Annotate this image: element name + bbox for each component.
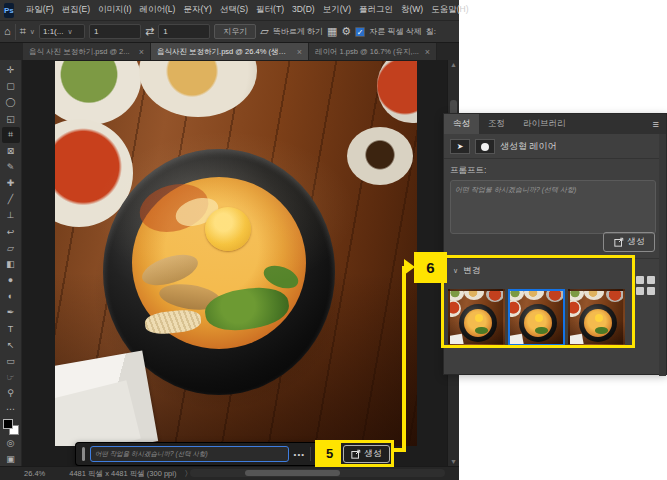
shape-tool[interactable]: ▭: [2, 353, 20, 369]
brush-tool[interactable]: ╱: [2, 191, 20, 207]
color-swatches[interactable]: [3, 419, 19, 434]
menu-item-4[interactable]: 문자(Y): [179, 4, 215, 16]
clear-button[interactable]: 지우기: [214, 24, 256, 39]
annotation-step-5-box: 5 생성: [315, 440, 394, 467]
prompt-textarea[interactable]: 어떤 작업을 하시겠습니까? (선택 사항): [450, 180, 656, 234]
overlay-grid-icon[interactable]: ▦: [327, 26, 337, 37]
document-info: 4481 픽셀 x 4481 픽셀 (300 ppi): [69, 469, 176, 479]
generate-icon: [351, 449, 361, 459]
crop-tool-icon[interactable]: ⌗: [20, 26, 26, 37]
dodge-tool[interactable]: ◐: [2, 288, 20, 304]
screenshot-root: Ps 파일(F)편집(E)이미지(I)레이어(L)문자(Y)선택(S)필터(T)…: [0, 0, 667, 480]
sauce-bowl: [347, 127, 413, 185]
menu-item-10[interactable]: 창(W): [397, 4, 427, 16]
type-tool[interactable]: T: [2, 321, 20, 337]
screen-mode-button[interactable]: ▣: [2, 451, 20, 467]
panel-tab-bar: 속성조정라이브러리≡: [444, 114, 666, 134]
edit-toolbar[interactable]: ⋯: [2, 401, 20, 417]
delete-cropped-pixels-checkbox[interactable]: ✓: [355, 27, 365, 37]
panel-menu-icon[interactable]: ≡: [646, 114, 666, 134]
kimchi-bowl-right: [377, 61, 417, 123]
dumpling-plate: [139, 61, 257, 117]
close-icon[interactable]: ×: [139, 47, 144, 57]
menu-item-1[interactable]: 편집(E): [58, 4, 94, 16]
object-selection-tool[interactable]: ◱: [2, 110, 20, 126]
generative-layer-row: ➤ 생성형 레이어: [444, 134, 666, 159]
gradient-tool[interactable]: ◧: [2, 256, 20, 272]
grid-view-icon[interactable]: [636, 276, 655, 295]
divider: [15, 24, 16, 40]
frame-tool[interactable]: ⊠: [2, 143, 20, 159]
lasso-tool[interactable]: ◯: [2, 94, 20, 110]
eraser-tool[interactable]: ▱: [2, 240, 20, 256]
straighten-label[interactable]: 똑바르게 하기: [273, 26, 323, 37]
tools-panel: ✛▢◯◱⌗⊠✎✚╱⊥↩▱◧●◐✒T↖▭☞⚲⋯◎▣: [0, 60, 22, 467]
history-brush-tool[interactable]: ↩: [2, 224, 20, 240]
menu-item-5[interactable]: 선택(S): [216, 4, 252, 16]
menu-item-3[interactable]: 레이어(L): [136, 4, 180, 16]
delete-cropped-pixels-label: 자른 픽셀 삭제: [369, 26, 421, 37]
horizontal-scrollbar[interactable]: [190, 469, 445, 477]
canvas-area[interactable]: [22, 60, 447, 466]
marquee-tool[interactable]: ▢: [2, 78, 20, 94]
quick-mask-button[interactable]: ◎: [2, 435, 20, 451]
taskbar-generate-button[interactable]: 생성: [343, 445, 390, 463]
close-icon[interactable]: ×: [297, 47, 302, 57]
document-tab-0[interactable]: 음식 사진 보정하기.psd @ 2...×: [23, 43, 151, 60]
menu-item-9[interactable]: 플러그인: [355, 4, 397, 16]
panel-scrollbar[interactable]: [659, 134, 666, 376]
photoshop-logo: Ps: [4, 3, 14, 18]
menu-item-6[interactable]: 필터(T): [252, 4, 288, 16]
document-tab-label: 음식 사진 보정하기.psd @ 2...: [29, 47, 135, 57]
zoom-level[interactable]: 26.4%: [24, 469, 45, 478]
foreground-color-swatch[interactable]: [3, 419, 13, 429]
generate-button[interactable]: 생성: [603, 232, 655, 252]
move-tool[interactable]: ✛: [2, 62, 20, 78]
straighten-icon[interactable]: ▱: [260, 26, 268, 37]
crop-settings-gear-icon[interactable]: ⚙: [341, 26, 351, 37]
layer-type-label: 생성형 레이어: [500, 140, 557, 153]
close-icon[interactable]: ×: [425, 47, 430, 57]
crop-width-input[interactable]: 1: [89, 24, 141, 39]
menu-bar: Ps 파일(F)편집(E)이미지(I)레이어(L)문자(Y)선택(S)필터(T)…: [0, 0, 459, 21]
taskbar-more-button[interactable]: •••: [294, 450, 305, 459]
scroll-down-arrow[interactable]: ▼: [450, 458, 457, 465]
menu-item-0[interactable]: 파일(F): [22, 4, 58, 16]
panel-tab-1[interactable]: 조정: [479, 114, 514, 134]
menu-item-11[interactable]: 도움말(H): [427, 4, 472, 16]
scroll-up-arrow[interactable]: ▲: [450, 61, 457, 68]
blur-tool[interactable]: ●: [2, 272, 20, 288]
crop-ratio-value: 1:1(...: [43, 27, 63, 36]
document-tab-label: 레이어 1.psb @ 16.7% (유지,...: [315, 47, 421, 57]
chevron-down-icon[interactable]: ∨: [30, 28, 35, 36]
menu-item-7[interactable]: 3D(D): [288, 4, 319, 16]
menu-item-2[interactable]: 이미지(I): [94, 4, 136, 16]
crop-height-input[interactable]: 1: [158, 24, 210, 39]
pen-tool[interactable]: ✒: [2, 304, 20, 320]
swap-dimensions-icon[interactable]: ⇄: [145, 26, 154, 37]
menu-item-8[interactable]: 보기(V): [319, 4, 355, 16]
document-tab-1[interactable]: 음식사진 보정하기.psd @ 26.4% (생성형 확장, RGB/8#) *…: [151, 43, 309, 60]
contextual-task-bar: 어떤 작업을 하시겠습니까? (선택 사항) •••: [75, 442, 317, 466]
food-photo: [55, 61, 417, 446]
eyedropper-tool[interactable]: ✎: [2, 159, 20, 175]
panel-tab-0[interactable]: 속성: [444, 114, 479, 134]
document-tab-2[interactable]: 레이어 1.psb @ 16.7% (유지,...×: [309, 43, 437, 60]
crop-tool[interactable]: ⌗: [2, 127, 20, 143]
divider: [310, 447, 311, 461]
annotation-highlight-rect: [441, 255, 635, 348]
path-selection-tool[interactable]: ↖: [2, 337, 20, 353]
clone-stamp-tool[interactable]: ⊥: [2, 207, 20, 223]
taskbar-grip-handle[interactable]: [82, 447, 85, 461]
healing-brush-tool[interactable]: ✚: [2, 175, 20, 191]
crop-ratio-select[interactable]: 1:1(... ∨: [39, 24, 85, 39]
side-dish-bowl: [55, 61, 141, 125]
panel-tab-2[interactable]: 라이브러리: [514, 114, 575, 134]
zoom-tool[interactable]: ⚲: [2, 385, 20, 401]
horizontal-scroll-thumb[interactable]: [245, 470, 340, 476]
kimchi-bowl: [279, 61, 385, 125]
hand-tool[interactable]: ☞: [2, 369, 20, 385]
fill-label: 칠:: [426, 26, 436, 37]
taskbar-prompt-input[interactable]: 어떤 작업을 하시겠습니까? (선택 사항): [90, 446, 289, 462]
home-icon[interactable]: ⌂: [4, 26, 11, 37]
